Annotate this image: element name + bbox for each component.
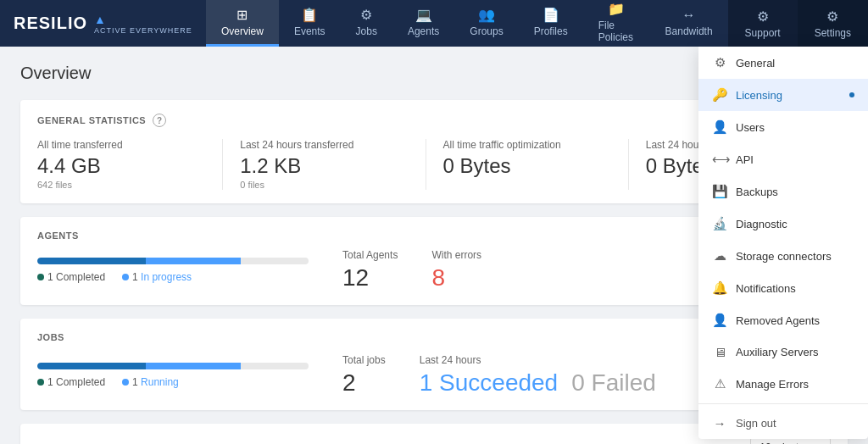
stat-value-2: 0 Bytes <box>443 154 611 178</box>
nav-label-file-policies: File Policies <box>598 19 635 43</box>
nav-right: ⚙ Support ⚙ Settings <box>728 0 868 47</box>
info-icon[interactable]: ? <box>153 114 166 127</box>
nav-item-file-policies[interactable]: 📁 File Policies <box>583 0 650 47</box>
menu-item-manage-errors[interactable]: ⚠ Manage Errors <box>698 368 868 400</box>
total-agents-value: 12 <box>342 264 398 291</box>
stat-label-2: All time traffic optimization <box>443 139 611 151</box>
jobs-legend-completed: 1 Completed <box>37 376 105 388</box>
nav-item-events[interactable]: 📋 Events <box>279 0 341 47</box>
agents-bar-completed <box>37 258 146 264</box>
storage-connectors-icon: ☁ <box>712 248 727 264</box>
sign-out-icon: → <box>712 416 727 430</box>
users-icon: 👤 <box>712 119 727 135</box>
licensing-icon: 🔑 <box>712 87 727 103</box>
backups-icon: 💾 <box>712 184 727 199</box>
support-button[interactable]: ⚙ Support <box>728 0 798 47</box>
with-errors-label: With errors <box>431 249 481 261</box>
file-policies-icon: 📁 <box>608 1 625 17</box>
menu-label-storage-connectors: Storage connectors <box>736 250 832 263</box>
brand-tagline: Active Everywhere <box>94 26 192 35</box>
brand-subtitle: ▲ Active Everywhere <box>94 13 192 35</box>
jobs-legend-running: 1 Running <box>122 376 179 388</box>
last24-label: Last 24 hours <box>420 354 656 366</box>
menu-item-notifications[interactable]: 🔔 Notifications <box>698 272 868 304</box>
inprogress-count: 1 <box>132 271 138 283</box>
settings-button[interactable]: ⚙ Settings <box>798 0 868 47</box>
jobs-stats: Total jobs 2 Last 24 hours 1 Succeeded 0… <box>342 354 656 397</box>
section-title-agents: AGENTS <box>37 230 79 241</box>
section-title-stats: GENERAL STATISTICS <box>37 115 146 125</box>
jobs-bar-completed <box>37 363 146 369</box>
completed-dot <box>37 274 44 280</box>
menu-item-auxiliary-servers[interactable]: 🖥 Auxiliary Servers <box>698 336 868 368</box>
jobs-completed-dot <box>37 379 44 386</box>
jobs-bar-running <box>146 363 241 369</box>
inprogress-label: In progress <box>141 271 192 283</box>
jobs-icon: ⚙ <box>360 7 372 23</box>
last24-jobs-stat: Last 24 hours 1 Succeeded 0 Failed <box>420 354 656 397</box>
navbar: RESILIO ▲ Active Everywhere ⊞ Overview 📋… <box>0 0 868 47</box>
nav-item-bandwidth[interactable]: ↔ Bandwidth <box>650 0 728 47</box>
stat-sub-1: 0 files <box>240 180 408 190</box>
completed-label: Completed <box>56 271 105 283</box>
brand-icon: ▲ <box>94 13 106 26</box>
total-jobs-stat: Total jobs 2 <box>342 354 386 397</box>
nav-label-jobs: Jobs <box>356 25 377 37</box>
nav-item-groups[interactable]: 👥 Groups <box>454 0 518 47</box>
nav-label-bandwidth: Bandwidth <box>665 25 713 37</box>
inprogress-dot <box>122 274 129 280</box>
brand: RESILIO ▲ Active Everywhere <box>0 0 206 47</box>
total-jobs-value: 2 <box>342 369 386 397</box>
nav-label-overview: Overview <box>221 25 264 37</box>
brand-name: RESILIO <box>14 14 87 33</box>
menu-label-diagnostic: Diagnostic <box>736 218 787 230</box>
nav-item-overview[interactable]: ⊞ Overview <box>206 0 279 47</box>
legend-completed: 1 Completed <box>37 271 105 283</box>
menu-label-auxiliary-servers: Auxiliary Servers <box>736 346 819 358</box>
menu-item-licensing[interactable]: 🔑 Licensing <box>698 79 868 111</box>
support-icon: ⚙ <box>757 8 769 25</box>
removed-agents-icon: 👤 <box>712 313 727 328</box>
legend-inprogress: 1 In progress <box>122 271 192 283</box>
with-errors-value: 8 <box>431 264 481 291</box>
menu-label-manage-errors: Manage Errors <box>736 378 809 391</box>
job-summary-title-area: JOB SUMMARY LAST 10 MINUTES <box>37 440 203 444</box>
agents-bar-inprogress <box>146 258 241 264</box>
menu-label-removed-agents: Removed Agents <box>736 314 820 327</box>
nav-items: ⊞ Overview 📋 Events ⚙ Jobs 💻 Agents 👥 Gr… <box>206 0 728 47</box>
support-label: Support <box>745 27 781 39</box>
groups-icon: 👥 <box>478 7 495 23</box>
menu-item-users[interactable]: 👤 Users <box>698 111 868 143</box>
nav-item-jobs[interactable]: ⚙ Jobs <box>341 0 392 47</box>
agents-progress-area: 1 Completed 1 In progress <box>37 258 309 283</box>
jobs-completed-label: Completed <box>56 376 105 388</box>
stat-label-1: Last 24 hours transferred <box>240 139 408 151</box>
profiles-icon: 📄 <box>542 7 559 23</box>
settings-label: Settings <box>815 27 851 39</box>
menu-divider <box>698 403 868 404</box>
stat-all-time-transferred: All time transferred 4.4 GB 642 files <box>37 139 223 190</box>
agents-icon: 💻 <box>415 7 432 23</box>
nav-item-profiles[interactable]: 📄 Profiles <box>519 0 583 47</box>
menu-label-general: General <box>736 57 775 69</box>
nav-item-agents[interactable]: 💻 Agents <box>392 0 454 47</box>
stat-label-0: All time transferred <box>37 139 205 151</box>
jobs-progress-bar <box>37 363 309 369</box>
menu-label-notifications: Notifications <box>736 282 796 295</box>
menu-item-removed-agents[interactable]: 👤 Removed Agents <box>698 304 868 336</box>
menu-item-backups[interactable]: 💾 Backups <box>698 175 868 208</box>
auxiliary-servers-icon: 🖥 <box>712 345 727 359</box>
settings-dropdown: ⚙ General 🔑 Licensing 👤 Users ⟷ API 💾 Ba… <box>698 47 868 439</box>
menu-item-general[interactable]: ⚙ General <box>698 47 868 79</box>
menu-item-sign-out[interactable]: → Sign out <box>698 408 868 439</box>
menu-label-backups: Backups <box>736 186 778 198</box>
nav-label-agents: Agents <box>408 25 439 37</box>
jobs-completed-count: 1 <box>47 376 53 388</box>
menu-item-diagnostic[interactable]: 🔬 Diagnostic <box>698 208 868 240</box>
stat-value-0: 4.4 GB <box>37 154 205 178</box>
api-icon: ⟷ <box>712 152 727 167</box>
menu-item-api[interactable]: ⟷ API <box>698 143 868 175</box>
overview-icon: ⊞ <box>236 7 248 23</box>
menu-item-storage-connectors[interactable]: ☁ Storage connectors <box>698 240 868 272</box>
manage-errors-icon: ⚠ <box>712 376 727 391</box>
